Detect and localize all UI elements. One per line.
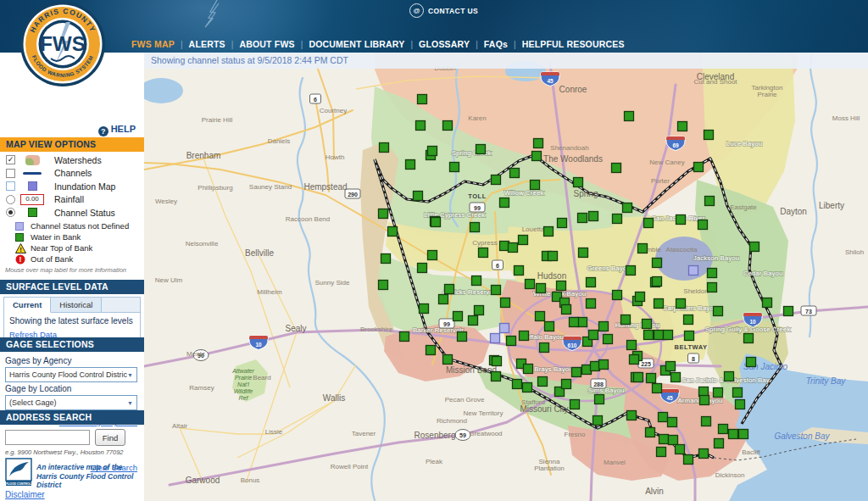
- channel-status-marker-water-in-bank[interactable]: [599, 360, 609, 370]
- channel-status-marker-water-in-bank[interactable]: [744, 334, 754, 343]
- channel-status-marker-water-in-bank[interactable]: [657, 448, 666, 457]
- channel-status-marker-water-in-bank[interactable]: [636, 292, 645, 302]
- channel-status-marker-water-in-bank[interactable]: [729, 430, 738, 439]
- channel-status-marker-water-in-bank[interactable]: [562, 380, 571, 389]
- channel-status-marker-water-in-bank[interactable]: [591, 362, 600, 371]
- channel-status-marker-water-in-bank[interactable]: [750, 242, 760, 252]
- channel-status-marker-water-in-bank[interactable]: [626, 266, 636, 276]
- channel-status-marker-water-in-bank[interactable]: [492, 357, 502, 366]
- nav-item-document-library[interactable]: DOCUMENT LIBRARY: [309, 39, 404, 49]
- channel-status-marker-water-in-bank[interactable]: [570, 318, 579, 327]
- channel-status-marker-water-in-bank[interactable]: [476, 145, 486, 154]
- channel-status-marker-water-in-bank[interactable]: [418, 264, 427, 273]
- channel-status-marker-water-in-bank[interactable]: [627, 411, 637, 420]
- channel-status-marker-water-in-bank[interactable]: [443, 121, 453, 131]
- channel-status-marker-water-in-bank[interactable]: [627, 341, 637, 350]
- channel-status-marker-water-in-bank[interactable]: [582, 365, 592, 375]
- channel-status-marker-water-in-bank[interactable]: [643, 320, 652, 329]
- channel-status-marker-water-in-bank[interactable]: [623, 203, 632, 213]
- channel-status-marker-water-in-bank[interactable]: [704, 131, 714, 140]
- channel-status-marker-water-in-bank[interactable]: [715, 439, 724, 448]
- channel-status-marker-water-in-bank[interactable]: [548, 252, 558, 261]
- channel-status-marker-water-in-bank[interactable]: [579, 248, 588, 258]
- channel-status-marker-water-in-bank[interactable]: [520, 331, 529, 341]
- nav-item-helpful-resources[interactable]: HELPFUL RESOURCES: [522, 39, 625, 49]
- channel-status-marker-water-in-bank[interactable]: [475, 306, 484, 315]
- channel-status-marker-water-in-bank[interactable]: [453, 312, 463, 321]
- channel-status-marker-water-in-bank[interactable]: [570, 400, 580, 409]
- channel-status-marker-water-in-bank[interactable]: [659, 435, 669, 444]
- nav-item-faqs[interactable]: FAQs: [484, 39, 508, 49]
- channel-status-marker-water-in-bank[interactable]: [595, 395, 604, 404]
- channel-status-marker-water-in-bank[interactable]: [714, 388, 723, 398]
- checkbox-watersheds[interactable]: ✓: [6, 155, 15, 164]
- channel-status-marker-water-in-bank[interactable]: [420, 304, 429, 314]
- channel-status-marker-water-in-bank[interactable]: [534, 139, 543, 148]
- channel-status-marker-water-in-bank[interactable]: [418, 95, 427, 104]
- channel-status-marker-water-in-bank[interactable]: [426, 346, 436, 355]
- channel-status-marker-water-in-bank[interactable]: [630, 355, 639, 365]
- channel-status-marker-water-in-bank[interactable]: [558, 219, 567, 228]
- channel-status-marker-water-in-bank[interactable]: [416, 121, 426, 131]
- channel-status-marker-water-in-bank[interactable]: [500, 242, 509, 251]
- channel-status-marker-not-defined[interactable]: [500, 324, 509, 333]
- channel-status-marker-water-in-bank[interactable]: [519, 236, 528, 245]
- channel-status-marker-water-in-bank[interactable]: [699, 449, 709, 459]
- channel-status-marker-water-in-bank[interactable]: [428, 251, 437, 260]
- channel-status-marker-water-in-bank[interactable]: [653, 259, 662, 268]
- channel-status-marker-water-in-bank[interactable]: [388, 227, 398, 237]
- channel-status-marker-water-in-bank[interactable]: [428, 147, 437, 156]
- channel-status-marker-water-in-bank[interactable]: [572, 368, 581, 377]
- channel-status-marker-water-in-bank[interactable]: [532, 152, 542, 161]
- channel-status-marker-water-in-bank[interactable]: [612, 164, 621, 173]
- nav-item-about-fws[interactable]: ABOUT FWS: [239, 39, 294, 49]
- channel-status-marker-water-in-bank[interactable]: [526, 280, 535, 289]
- address-search-input[interactable]: [5, 430, 90, 445]
- channel-status-marker-water-in-bank[interactable]: [700, 396, 709, 405]
- channel-status-marker-water-in-bank[interactable]: [659, 413, 668, 422]
- channel-status-marker-water-in-bank[interactable]: [589, 331, 598, 340]
- channel-status-marker-water-in-bank[interactable]: [537, 284, 546, 293]
- channel-status-marker-water-in-bank[interactable]: [531, 181, 540, 190]
- channel-status-marker-water-in-bank[interactable]: [654, 331, 664, 340]
- channel-status-marker-water-in-bank[interactable]: [676, 299, 686, 309]
- channel-status-marker-water-in-bank[interactable]: [736, 400, 745, 409]
- channel-status-marker-water-in-bank[interactable]: [719, 425, 728, 434]
- channel-status-marker-water-in-bank[interactable]: [705, 197, 715, 206]
- channel-status-marker-water-in-bank[interactable]: [666, 362, 676, 371]
- channel-status-marker-water-in-bank[interactable]: [536, 312, 545, 321]
- channel-status-marker-water-in-bank[interactable]: [676, 215, 686, 225]
- channel-status-marker-water-in-bank[interactable]: [445, 285, 454, 294]
- channel-status-marker-water-in-bank[interactable]: [589, 212, 598, 221]
- channel-status-marker-water-in-bank[interactable]: [644, 331, 654, 340]
- channel-status-marker-water-in-bank[interactable]: [638, 244, 648, 253]
- gage-select[interactable]: (Select Gage) ▼: [5, 395, 137, 410]
- channel-status-marker-water-in-bank[interactable]: [668, 418, 677, 427]
- channel-status-marker-water-in-bank[interactable]: [593, 416, 603, 426]
- channel-status-marker-water-in-bank[interactable]: [492, 372, 501, 381]
- channel-status-marker-water-in-bank[interactable]: [784, 307, 793, 316]
- channel-status-marker-water-in-bank[interactable]: [458, 332, 467, 342]
- channel-status-marker-water-in-bank[interactable]: [646, 428, 655, 437]
- channel-status-marker-water-in-bank[interactable]: [676, 445, 685, 454]
- channel-status-marker-water-in-bank[interactable]: [653, 277, 662, 287]
- channel-status-marker-water-in-bank[interactable]: [492, 286, 501, 295]
- channel-status-marker-water-in-bank[interactable]: [381, 254, 391, 264]
- channel-status-marker-water-in-bank[interactable]: [654, 299, 664, 309]
- channel-status-marker-water-in-bank[interactable]: [578, 318, 587, 327]
- channel-status-marker-water-in-bank[interactable]: [578, 214, 587, 223]
- channel-status-marker-water-in-bank[interactable]: [431, 218, 441, 227]
- channel-status-marker-water-in-bank[interactable]: [653, 384, 662, 393]
- channel-status-marker-water-in-bank[interactable]: [669, 436, 678, 445]
- channel-status-marker-water-in-bank[interactable]: [507, 337, 516, 346]
- checkbox-channels[interactable]: [6, 169, 15, 178]
- channel-status-marker-water-in-bank[interactable]: [545, 322, 554, 331]
- channel-status-marker-water-in-bank[interactable]: [604, 335, 613, 344]
- channel-status-marker-not-defined[interactable]: [689, 266, 698, 276]
- channel-status-marker-water-in-bank[interactable]: [379, 281, 388, 290]
- channel-status-marker-water-in-bank[interactable]: [524, 365, 533, 374]
- radio-rainfall[interactable]: [6, 195, 15, 204]
- nav-item-glossary[interactable]: GLOSSARY: [419, 39, 470, 49]
- channel-status-marker-water-in-bank[interactable]: [492, 175, 501, 185]
- channel-status-marker-water-in-bank[interactable]: [694, 163, 704, 172]
